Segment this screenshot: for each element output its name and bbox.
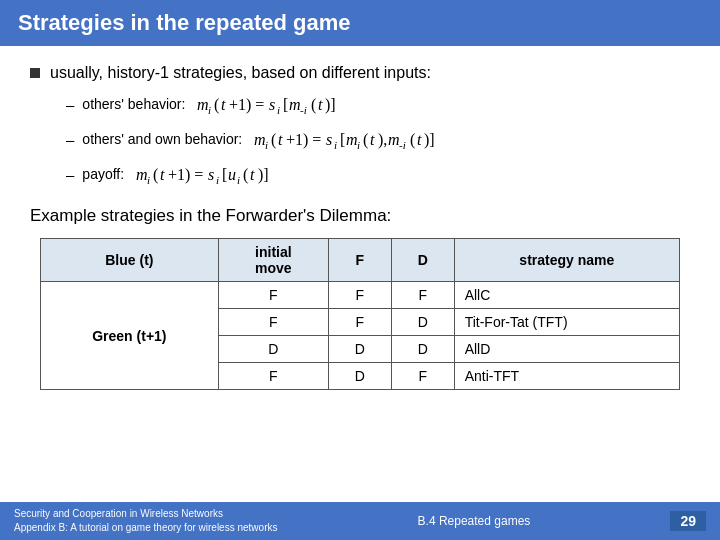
sub-bullet-1: – others' behavior: m i ( t +1) = s i [ … [66, 90, 690, 118]
sub-bullet-3-text: payoff: [82, 166, 128, 182]
dash-icon-3: – [66, 166, 74, 183]
svg-text:i: i [216, 174, 219, 186]
col-header-d: D [391, 239, 454, 282]
col-header-initial-move: initialmove [218, 239, 328, 282]
cell-f-1: F [328, 282, 391, 309]
svg-text:t: t [318, 96, 323, 113]
formula-2: m i ( t +1) = s i [ m i ( t ), m -i ( t [252, 125, 472, 153]
cell-strategy-3: AllD [454, 336, 679, 363]
sub-bullet-2-text: others' and own behavior: [82, 131, 246, 147]
svg-text:(: ( [153, 166, 158, 184]
svg-text:(: ( [271, 131, 276, 149]
main-bullet-text: usually, history-1 strategies, based on … [50, 64, 431, 82]
main-bullet: usually, history-1 strategies, based on … [30, 64, 690, 82]
svg-text:[: [ [222, 166, 227, 183]
footer-line1: Security and Cooperation in Wireless Net… [14, 507, 277, 521]
cell-f-3: D [328, 336, 391, 363]
svg-text:+1) =: +1) = [229, 96, 264, 114]
cell-initial-3: D [218, 336, 328, 363]
svg-text:i: i [265, 139, 268, 151]
svg-text:),: ), [378, 131, 387, 149]
cell-f-2: F [328, 309, 391, 336]
svg-text:t: t [417, 131, 422, 148]
svg-text:s: s [269, 96, 275, 113]
svg-text:t: t [160, 166, 165, 183]
col-header-f: F [328, 239, 391, 282]
svg-text:+1) =: +1) = [286, 131, 321, 149]
cell-strategy-4: Anti-TFT [454, 363, 679, 390]
cell-d-2: D [391, 309, 454, 336]
svg-text:s: s [208, 166, 214, 183]
svg-text:i: i [277, 104, 280, 116]
cell-d-1: F [391, 282, 454, 309]
svg-text:+1) =: +1) = [168, 166, 203, 184]
svg-text:(: ( [243, 166, 248, 184]
slide-header: Strategies in the repeated game [0, 0, 720, 46]
bullet-square-icon [30, 68, 40, 78]
sub-bullets: – others' behavior: m i ( t +1) = s i [ … [66, 90, 690, 188]
footer-left: Security and Cooperation in Wireless Net… [14, 507, 277, 535]
footer-center: B.4 Repeated games [418, 514, 531, 528]
sub-bullet-3: – payoff: m i ( t +1) = s i [ u i ( t )] [66, 160, 690, 188]
svg-text:i: i [334, 139, 337, 151]
cell-initial-1: F [218, 282, 328, 309]
col-header-strategy: strategy name [454, 239, 679, 282]
svg-text:s: s [326, 131, 332, 148]
svg-text:u: u [228, 166, 236, 183]
table-header-row: Blue (t) initialmove F D strategy name [41, 239, 680, 282]
footer-line2: Appendix B: A tutorial on game theory fo… [14, 521, 277, 535]
cell-d-4: F [391, 363, 454, 390]
svg-text:(: ( [410, 131, 415, 149]
svg-text:t: t [370, 131, 375, 148]
cell-initial-2: F [218, 309, 328, 336]
svg-text:m: m [289, 96, 301, 113]
cell-strategy-2: Tit-For-Tat (TFT) [454, 309, 679, 336]
sub-bullet-2: – others' and own behavior: m i ( t +1) … [66, 125, 690, 153]
svg-text:t: t [221, 96, 226, 113]
main-content: usually, history-1 strategies, based on … [0, 46, 720, 400]
example-title: Example strategies in the Forwarder's Di… [30, 206, 690, 226]
svg-text:m: m [136, 166, 148, 183]
dash-icon-2: – [66, 131, 74, 148]
svg-text:)]: )] [424, 131, 435, 149]
svg-text:i: i [237, 174, 240, 186]
svg-text:[: [ [340, 131, 345, 148]
cell-d-3: D [391, 336, 454, 363]
svg-text:m: m [197, 96, 209, 113]
svg-text:m: m [346, 131, 358, 148]
cell-f-4: D [328, 363, 391, 390]
svg-text:[: [ [283, 96, 288, 113]
footer-page: 29 [670, 511, 706, 531]
table-row: Green (t+1) F F F AllC [41, 282, 680, 309]
svg-text:-i: -i [399, 139, 406, 151]
dash-icon-1: – [66, 96, 74, 113]
formula-1: m i ( t +1) = s i [ m -i ( t )] [195, 90, 365, 118]
svg-text:(: ( [363, 131, 368, 149]
svg-text:m: m [388, 131, 400, 148]
svg-text:m: m [254, 131, 266, 148]
svg-text:(: ( [311, 96, 316, 114]
footer-bar: Security and Cooperation in Wireless Net… [0, 502, 720, 540]
header-title: Strategies in the repeated game [18, 10, 351, 35]
svg-text:t: t [250, 166, 255, 183]
svg-text:t: t [278, 131, 283, 148]
bullet-section: usually, history-1 strategies, based on … [30, 64, 690, 188]
svg-text:)]: )] [258, 166, 269, 184]
svg-text:i: i [147, 174, 150, 186]
strategy-table: Blue (t) initialmove F D strategy name G… [40, 238, 680, 390]
cell-initial-4: F [218, 363, 328, 390]
formula-3: m i ( t +1) = s i [ u i ( t )] [134, 160, 294, 188]
svg-text:)]: )] [325, 96, 336, 114]
col-header-blue: Blue (t) [41, 239, 219, 282]
svg-text:(: ( [214, 96, 219, 114]
sub-bullet-1-text: others' behavior: [82, 96, 189, 112]
svg-text:i: i [208, 104, 211, 116]
cell-strategy-1: AllC [454, 282, 679, 309]
svg-text:-i: -i [300, 104, 307, 116]
green-label: Green (t+1) [41, 282, 219, 390]
svg-text:i: i [357, 139, 360, 151]
